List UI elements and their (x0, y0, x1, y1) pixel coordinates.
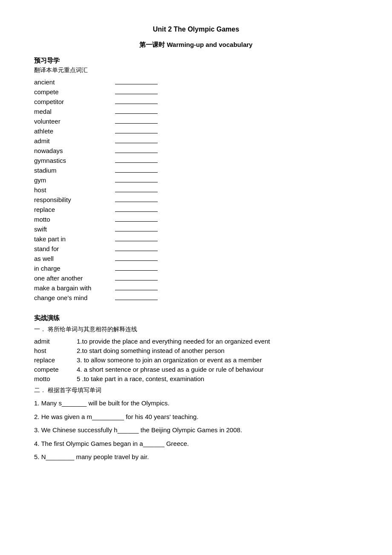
preview-heading: 预习导学 (34, 57, 358, 65)
fill-item: 1. Many s_______ will be built for the O… (34, 398, 358, 409)
vocab-blank (115, 113, 158, 114)
vocab-word: stadium (34, 167, 111, 174)
vocab-word: admit (34, 137, 111, 145)
vocab-list: ancientcompetecompetitormedalvolunteerat… (34, 78, 358, 301)
match-def: 5 .to take part in a race, contest, exam… (77, 375, 358, 382)
vocab-item: replace (34, 206, 358, 213)
vocab-blank (115, 104, 158, 104)
match-word: motto (34, 375, 77, 382)
match-def: 2.to start doing something instead of an… (77, 347, 358, 354)
vocab-blank (115, 251, 158, 251)
vocab-blank (115, 202, 158, 202)
vocab-item: take part in (34, 235, 358, 243)
vocab-item: competitor (34, 98, 358, 105)
vocab-blank (115, 290, 158, 290)
vocab-word: responsibility (34, 196, 111, 203)
match-word: admit (34, 338, 77, 345)
vocab-item: host (34, 186, 358, 194)
vocab-word: compete (34, 88, 111, 95)
vocab-word: host (34, 186, 111, 194)
vocab-word: replace (34, 206, 111, 213)
section-subtitle: 第一课时 Warming-up and vocabulary (34, 41, 358, 49)
match-table: admit1.to provide the place and everythi… (34, 338, 358, 382)
vocab-blank (115, 123, 158, 124)
vocab-blank (115, 211, 158, 212)
vocab-blank (115, 270, 158, 271)
vocab-blank (115, 280, 158, 280)
vocab-word: medal (34, 108, 111, 115)
vocab-item: change one's mind (34, 294, 358, 301)
vocab-word: gymnastics (34, 157, 111, 164)
vocab-word: athlete (34, 127, 111, 135)
vocab-blank (115, 260, 158, 261)
vocab-item: nowadays (34, 147, 358, 154)
vocab-word: gym (34, 176, 111, 184)
vocab-item: gymnastics (34, 157, 358, 164)
match-def: 4. a short sentence or phrase used as a … (77, 366, 358, 373)
vocab-word: volunteer (34, 118, 111, 125)
match-row: host2.to start doing something instead o… (34, 347, 358, 354)
practice-heading: 实战演练 (34, 314, 358, 322)
vocab-blank (115, 162, 158, 163)
vocab-blank (115, 172, 158, 173)
vocab-word: stand for (34, 245, 111, 252)
vocab-word: nowadays (34, 147, 111, 154)
vocab-word: take part in (34, 235, 111, 243)
vocab-item: make a bargain with (34, 284, 358, 292)
vocab-word: motto (34, 216, 111, 223)
preview-subheading: 翻译本单元重点词汇 (34, 66, 358, 74)
vocab-item: volunteer (34, 118, 358, 125)
vocab-word: ancient (34, 78, 111, 86)
vocab-item: athlete (34, 127, 358, 135)
fill-items: 1. Many s_______ will be built for the O… (34, 398, 358, 462)
match-row: replace3. to allow someone to join an or… (34, 356, 358, 364)
vocab-word: competitor (34, 98, 111, 105)
vocab-item: stand for (34, 245, 358, 252)
vocab-item: in charge (34, 265, 358, 272)
vocab-item: motto (34, 216, 358, 223)
match-row: admit1.to provide the place and everythi… (34, 338, 358, 345)
vocab-blank (115, 84, 158, 84)
vocab-blank (115, 133, 158, 133)
vocab-word: swift (34, 225, 111, 233)
vocab-word: in charge (34, 265, 111, 272)
vocab-item: medal (34, 108, 358, 115)
vocab-blank (115, 241, 158, 241)
vocab-blank (115, 192, 158, 192)
vocab-blank (115, 182, 158, 182)
vocab-word: as well (34, 255, 111, 262)
match-word: host (34, 347, 77, 354)
fill-item: 4. The first Olympic Games began in a___… (34, 438, 358, 449)
fill-item: 5. N________ many people travel by air. (34, 451, 358, 462)
vocab-item: stadium (34, 167, 358, 174)
match-word: compete (34, 366, 77, 373)
match-word: replace (34, 356, 77, 364)
vocab-blank (115, 231, 158, 231)
vocab-item: compete (34, 88, 358, 95)
vocab-item: as well (34, 255, 358, 262)
match-row: compete4. a short sentence or phrase use… (34, 366, 358, 373)
match-def: 1.to provide the place and everything ne… (77, 338, 358, 345)
vocab-item: one after another (34, 275, 358, 282)
vocab-blank (115, 153, 158, 153)
vocab-word: one after another (34, 275, 111, 282)
vocab-blank (115, 221, 158, 222)
vocab-item: responsibility (34, 196, 358, 203)
vocab-blank (115, 94, 158, 94)
vocab-blank (115, 300, 158, 300)
vocab-item: gym (34, 176, 358, 184)
match-row: motto5 .to take part in a race, contest,… (34, 375, 358, 382)
fill-item: 3. We Chinese successfully h______ the B… (34, 425, 358, 436)
vocab-blank (115, 143, 158, 143)
page-title: Unit 2 The Olympic Games (34, 26, 358, 33)
vocab-item: swift (34, 225, 358, 233)
fill-section: 二． 根据首字母填写单词 1. Many s_______ will be bu… (34, 387, 358, 462)
fill-instruction: 二． 根据首字母填写单词 (34, 387, 358, 394)
vocab-item: ancient (34, 78, 358, 86)
vocab-word: make a bargain with (34, 284, 111, 292)
match-instruction: 一． 将所给单词与其意相符的解释连线 (34, 326, 358, 333)
vocab-item: admit (34, 137, 358, 145)
vocab-word: change one's mind (34, 294, 111, 301)
fill-item: 2. He was given a m_________ for his 40 … (34, 411, 358, 422)
match-def: 3. to allow someone to join an organizat… (77, 356, 358, 364)
